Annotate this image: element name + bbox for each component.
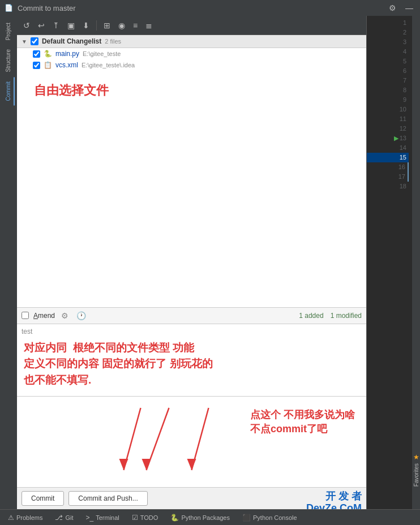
- tab-python-console-label: Python Console: [253, 514, 297, 521]
- tab-terminal[interactable]: >_ Terminal: [80, 512, 125, 523]
- tab-python-packages-label: Python Packages: [181, 514, 230, 521]
- tab-git[interactable]: ⎇ Git: [49, 512, 79, 523]
- amend-bar: Amend ⚙ 🕐 1 added 1 modified: [17, 307, 366, 324]
- title-bar: 📄 Commit to master ⚙ —: [0, 0, 420, 16]
- line-5: 5: [367, 57, 409, 66]
- commit-message-area[interactable]: test 对应内同 根绝不同的文件类型 功能定义不同的内容 固定的就行了 别玩花…: [17, 324, 366, 397]
- line-13: 13: [367, 134, 409, 143]
- file-item-main-py[interactable]: 🐍 main.py E:\gitee_teste: [17, 48, 366, 59]
- minimize-button[interactable]: —: [403, 2, 415, 14]
- editor-panel: 1 2 3 4 5 6 7 8 9 10 11 12 13 14 15 16 1…: [367, 16, 412, 509]
- main-area: Project Structure Commit ↺ ↩ ⤒ ▣ ⬇ ⊞ ◉ ≡…: [0, 16, 420, 509]
- line-15: 15: [367, 153, 409, 162]
- tab-python-packages[interactable]: 🐍 Python Packages: [165, 512, 235, 523]
- tab-todo[interactable]: ☑ TODO: [126, 512, 164, 523]
- toolbar-separator-1: [96, 20, 97, 31]
- line-3: 3: [367, 37, 409, 47]
- watermark-line2: DevZe CoM: [306, 502, 362, 509]
- download-button[interactable]: ⬇: [80, 19, 92, 32]
- svg-marker-3: [142, 459, 151, 470]
- changelist-chevron: ▼: [22, 38, 27, 45]
- arrow-annotation-text: 点这个 不用我多说为啥不点commit了吧: [250, 408, 355, 436]
- file-name-main-py: main.py: [55, 50, 79, 58]
- tab-terminal-label: Terminal: [96, 514, 119, 521]
- python-file-icon: 🐍: [44, 50, 52, 58]
- sidebar-tab-structure[interactable]: Structure: [3, 45, 15, 77]
- move-button[interactable]: ⤒: [50, 19, 62, 32]
- commit-annotation: 对应内同 根绝不同的文件类型 功能定义不同的内容 固定的就行了 别玩花的也不能不…: [22, 335, 362, 393]
- git-icon: ⎇: [55, 514, 63, 522]
- line-8: 8: [367, 85, 409, 95]
- filter-button[interactable]: ≡: [130, 19, 140, 32]
- file-path-vcs-xml: E:\gitee_teste\.idea: [82, 62, 135, 68]
- commit-toolbar: ↺ ↩ ⤒ ▣ ⬇ ⊞ ◉ ≡ ≣: [17, 16, 366, 35]
- tab-problems[interactable]: ⚠ Problems: [2, 512, 48, 523]
- favorites-sidebar: ★ Favorites: [412, 16, 420, 509]
- commit-panel: ↺ ↩ ⤒ ▣ ⬇ ⊞ ◉ ≡ ≣ ▼ Default Changelist 2…: [17, 16, 367, 509]
- tab-python-console[interactable]: ⬛ Python Console: [237, 512, 303, 523]
- file-area-annotation: 自由选择文件: [17, 71, 366, 110]
- line-7: 7: [367, 76, 409, 85]
- commit-message-placeholder: test: [22, 328, 362, 335]
- file-item-vcs-xml[interactable]: 📋 vcs.xml E:\gitee_teste\.idea: [17, 59, 366, 71]
- arrow-annotation-area: 点这个 不用我多说为啥不点commit了吧: [17, 397, 366, 487]
- amend-status: 1 added 1 modified: [299, 312, 362, 320]
- line-10: 10: [367, 105, 409, 114]
- problems-icon: ⚠: [8, 514, 14, 522]
- tab-git-label: Git: [65, 514, 73, 521]
- line-14: 14: [367, 143, 409, 153]
- svg-marker-1: [119, 459, 128, 470]
- left-sidebar: Project Structure Commit: [0, 16, 17, 509]
- line-6: 6: [367, 66, 409, 76]
- grid-button[interactable]: ⊞: [101, 19, 113, 32]
- amend-checkbox[interactable]: [22, 312, 29, 319]
- refresh-button[interactable]: ↺: [20, 19, 33, 32]
- favorites-label: Favorites: [413, 463, 419, 487]
- watermark: 开 发 者 DevZe CoM: [306, 490, 362, 509]
- python-packages-icon: 🐍: [170, 514, 179, 522]
- amend-settings-button[interactable]: ⚙: [59, 311, 70, 321]
- commit-bottom: Amend ⚙ 🕐 1 added 1 modified test 对应内同 根…: [17, 307, 366, 510]
- commit-button[interactable]: Commit: [22, 491, 64, 506]
- title-text: Commit to master: [18, 4, 387, 12]
- svg-marker-5: [187, 459, 196, 470]
- settings-button[interactable]: ⚙: [387, 2, 398, 14]
- file-list-area: ▼ Default Changelist 2 files 🐍 main.py E…: [17, 35, 366, 307]
- title-icon: 📄: [5, 4, 13, 12]
- tab-todo-label: TODO: [140, 514, 158, 521]
- changelist-header: ▼ Default Changelist 2 files: [17, 35, 366, 48]
- status-added: 1 added: [299, 312, 323, 320]
- tab-problems-label: Problems: [16, 514, 42, 521]
- terminal-icon: >_: [86, 514, 94, 522]
- watermark-line1: 开 发 者: [306, 490, 362, 503]
- line-18: 18: [367, 182, 409, 191]
- file-checkbox-vcs-xml[interactable]: [33, 62, 40, 69]
- changelist-name: Default Changelist: [42, 37, 101, 45]
- title-actions: ⚙ —: [387, 2, 415, 14]
- sort-button[interactable]: ≣: [143, 19, 155, 32]
- line-16: 16: [367, 162, 409, 172]
- star-icon: ★: [413, 453, 419, 461]
- changelist-count: 2 files: [105, 38, 121, 45]
- todo-icon: ☑: [132, 514, 138, 522]
- amend-label: Amend: [33, 312, 55, 320]
- diff-button[interactable]: ▣: [65, 19, 78, 32]
- eye-button[interactable]: ◉: [115, 19, 128, 32]
- line-17: 17: [367, 172, 409, 182]
- changelist-checkbox[interactable]: [31, 37, 38, 45]
- line-11: 11: [367, 114, 409, 124]
- commit-push-button[interactable]: Commit and Push...: [68, 491, 147, 506]
- file-checkbox-main-py[interactable]: [33, 50, 40, 58]
- line-numbers: 1 2 3 4 5 6 7 8 9 10 11 12 13 14 15 16 1…: [367, 16, 412, 509]
- python-console-icon: ⬛: [242, 514, 251, 522]
- undo-button[interactable]: ↩: [35, 19, 48, 32]
- file-name-vcs-xml: vcs.xml: [55, 61, 78, 69]
- sidebar-tab-commit[interactable]: Commit: [3, 77, 15, 105]
- xml-file-icon: 📋: [44, 61, 52, 69]
- line-1: 1: [367, 18, 409, 28]
- commit-actions: Commit Commit and Push... 开 发 者 DevZe Co…: [17, 487, 366, 509]
- line-9: 9: [367, 95, 409, 105]
- sidebar-tab-project[interactable]: Project: [3, 18, 15, 45]
- amend-history-button[interactable]: 🕐: [75, 311, 88, 321]
- bottom-tabs: ⚠ Problems ⎇ Git >_ Terminal ☑ TODO 🐍 Py…: [0, 509, 420, 525]
